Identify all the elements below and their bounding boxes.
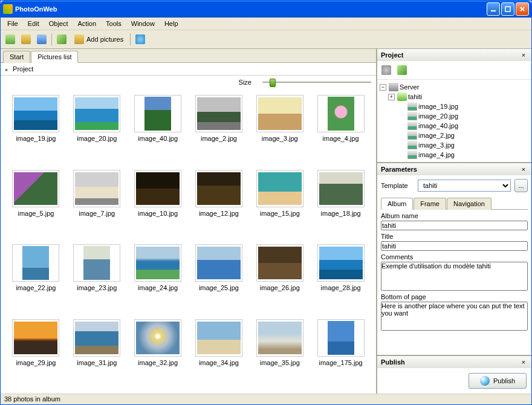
publish-panel-close[interactable]: ×: [519, 358, 528, 366]
tree-node-file[interactable]: image_4.jpg: [380, 150, 529, 160]
thumbnail-frame: [134, 244, 181, 282]
thumbnail[interactable]: image_3.jpg: [250, 95, 309, 164]
save-button[interactable]: [34, 32, 49, 47]
thumbnail[interactable]: image_10.jpg: [129, 170, 187, 239]
tab-start[interactable]: Start: [3, 51, 30, 63]
comments-textarea[interactable]: Exemple d'utilisation du modèle tahiti: [381, 262, 528, 291]
tree-label: image_2.jpg: [418, 132, 455, 139]
slider-handle[interactable]: [270, 79, 276, 87]
project-panel-close[interactable]: ×: [519, 51, 528, 59]
tree-label: Server: [400, 83, 419, 91]
breadcrumb[interactable]: Project: [13, 65, 33, 73]
thumbnail[interactable]: image_22.jpg: [7, 244, 65, 313]
tree-node-file[interactable]: image_2.jpg: [380, 131, 529, 140]
menu-file[interactable]: File: [3, 19, 22, 28]
thumbnail-frame: [134, 170, 181, 207]
collapse-icon[interactable]: −: [380, 84, 386, 91]
thumbnail-image: [14, 322, 57, 354]
thumbnail[interactable]: image_29.jpg: [7, 319, 65, 388]
project-toolbar: [377, 61, 531, 80]
toolbar-separator: [130, 33, 131, 45]
thumbnail[interactable]: image_31.jpg: [68, 319, 126, 388]
gear-icon: [381, 65, 391, 75]
maximize-button[interactable]: [501, 2, 514, 16]
parameters-panel-header: Parameters ×: [377, 163, 531, 175]
tree-node-file[interactable]: image_19.jpg: [380, 102, 529, 111]
disk-icon: [37, 34, 47, 44]
thumbnail-image: [14, 97, 57, 130]
close-button[interactable]: [516, 2, 529, 16]
project-settings-button[interactable]: [379, 63, 394, 77]
menu-object[interactable]: Object: [45, 19, 73, 28]
thumbnail[interactable]: image_40.jpg: [129, 95, 187, 164]
template-browse-button[interactable]: ...: [514, 179, 528, 192]
thumbnail[interactable]: image_32.jpg: [129, 319, 187, 388]
thumbnail[interactable]: image_7.jpg: [68, 170, 126, 239]
thumbnail[interactable]: image_19.jpg: [7, 95, 65, 164]
tree-node-server[interactable]: − Server: [380, 82, 529, 92]
menu-action[interactable]: Action: [74, 19, 101, 28]
thumbnail[interactable]: image_26.jpg: [250, 244, 309, 313]
menubar: FileEditObjectActionToolsWindowHelp: [1, 18, 531, 30]
tree-label: image_20.jpg: [418, 112, 458, 120]
expand-icon[interactable]: +: [388, 94, 395, 100]
thumbnail-grid[interactable]: image_19.jpgimage_20.jpgimage_40.jpgimag…: [1, 89, 376, 394]
thumbnail-image: [136, 322, 180, 354]
breadcrumb-bar: ▸ Project: [1, 63, 376, 76]
thumbnail-image: [258, 247, 302, 279]
thumbnail-frame: [256, 95, 303, 132]
param-tab-navigation[interactable]: Navigation: [447, 198, 491, 210]
project-add-button[interactable]: [395, 63, 409, 77]
status-text: 38 photos in album: [4, 395, 60, 403]
new-project-button[interactable]: [3, 32, 18, 47]
thumbnail[interactable]: image_2.jpg: [190, 95, 248, 164]
tree-node-file[interactable]: image_3.jpg: [380, 140, 529, 150]
menu-help[interactable]: Help: [160, 19, 183, 28]
thumbnail-label: image_2.jpg: [201, 135, 237, 142]
new-album-button[interactable]: [54, 32, 69, 47]
thumbnail[interactable]: image_175.jpg: [311, 319, 370, 388]
thumbnail[interactable]: image_5.jpg: [7, 170, 65, 239]
menu-window[interactable]: Window: [127, 19, 159, 28]
menu-tools[interactable]: Tools: [102, 19, 126, 28]
thumbnail[interactable]: image_28.jpg: [311, 244, 370, 313]
thumbnail-image: [197, 172, 241, 205]
thumbnail-size-slider[interactable]: [262, 78, 371, 86]
template-select[interactable]: tahiti: [418, 180, 511, 192]
publish-web-button[interactable]: [133, 32, 148, 47]
menu-edit[interactable]: Edit: [24, 19, 44, 28]
image-file-icon: [407, 102, 417, 111]
tab-pictures-list[interactable]: Pictures list: [31, 51, 78, 63]
thumbnail[interactable]: image_4.jpg: [311, 95, 370, 164]
thumbnail[interactable]: image_35.jpg: [250, 319, 309, 388]
param-tab-frame[interactable]: Frame: [414, 198, 446, 210]
add-pictures-button[interactable]: Add pictures: [70, 32, 128, 47]
thumbnail-frame: [195, 244, 242, 282]
thumbnail[interactable]: image_23.jpg: [68, 244, 126, 313]
left-pane: StartPictures list ▸ Project Size image_…: [1, 49, 377, 394]
thumbnail[interactable]: image_25.jpg: [190, 244, 248, 313]
thumbnail-image: [319, 172, 363, 205]
thumbnail[interactable]: image_18.jpg: [311, 170, 370, 239]
tree-node-file[interactable]: image_40.jpg: [380, 121, 529, 131]
tree-label: image_19.jpg: [418, 103, 458, 110]
thumbnail[interactable]: image_24.jpg: [129, 244, 187, 313]
thumbnail-label: image_23.jpg: [77, 284, 117, 291]
open-button[interactable]: [19, 32, 33, 47]
parameters-panel-close[interactable]: ×: [519, 165, 528, 173]
param-tab-album[interactable]: Album: [381, 198, 413, 210]
thumbnail[interactable]: image_20.jpg: [68, 95, 126, 164]
minimize-button[interactable]: [487, 2, 500, 16]
thumbnail[interactable]: image_12.jpg: [190, 170, 248, 239]
album-icon: [57, 34, 66, 44]
tree-label: tahiti: [408, 93, 422, 100]
thumbnail-label: image_22.jpg: [16, 284, 56, 291]
tree-node-album[interactable]: + tahiti: [380, 92, 529, 102]
publish-button[interactable]: Publish: [469, 373, 527, 389]
album-name-input[interactable]: [381, 221, 528, 230]
thumbnail[interactable]: image_15.jpg: [250, 170, 309, 239]
thumbnail[interactable]: image_34.jpg: [190, 319, 248, 388]
bottom-textarea[interactable]: Here is another place where you can put …: [381, 302, 528, 331]
tree-node-file[interactable]: image_20.jpg: [380, 111, 529, 121]
title-input[interactable]: [381, 241, 528, 251]
